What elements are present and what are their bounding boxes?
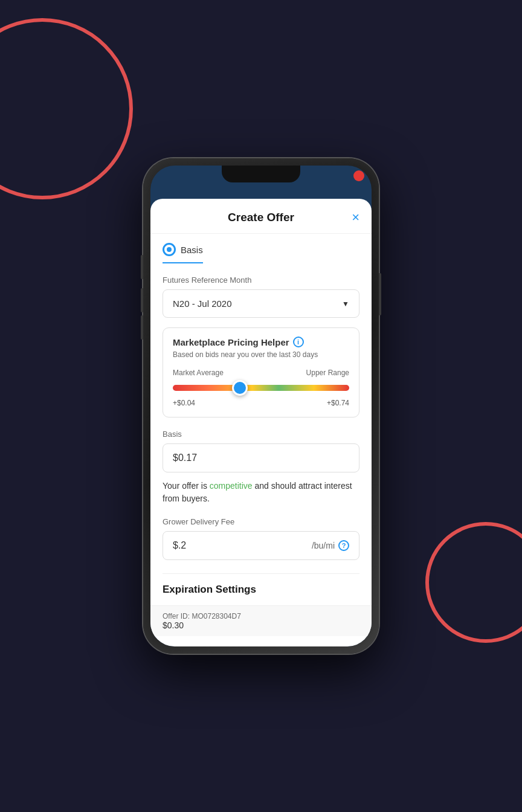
close-button[interactable]: × [352,210,359,225]
slider-track [173,385,349,391]
basis-input[interactable] [163,443,359,472]
basis-input-label: Basis [163,430,359,439]
phone-shell: Create Offer × Basis Futures Reference M… [143,158,379,654]
slider-labels: Market Average Upper Range [173,369,349,377]
pricing-slider-container[interactable] [173,381,349,395]
slider-thumb[interactable] [232,380,248,396]
pricing-helper-box: Marketplace Pricing Helper i Based on bi… [163,327,359,417]
basis-input-section: Basis [163,430,359,472]
basis-icon [163,243,176,256]
upper-range-label: Upper Range [306,369,349,377]
delivery-fee-label: Grower Delivery Fee [163,517,359,526]
pricing-helper-info-icon[interactable]: i [293,337,304,347]
expiration-title: Expiration Settings [163,584,359,596]
delivery-fee-field[interactable]: $.2 /bu/mi ? [163,531,359,560]
pricing-helper-description: Based on bids near you over the last 30 … [173,350,349,360]
phone-screen: Create Offer × Basis Futures Reference M… [150,166,372,646]
modal-sheet: Create Offer × Basis Futures Reference M… [150,199,372,646]
futures-value: N20 - Jul 2020 [173,298,232,309]
offer-value: $0.30 [163,620,359,630]
delivery-fee-section: Grower Delivery Fee $.2 /bu/mi ? [163,517,359,560]
slider-upper-value: +$0.74 [327,399,349,407]
competitive-text: Your offer is competitive and should att… [163,480,359,505]
modal-header: Create Offer × [150,199,372,234]
competitive-prefix: Your offer is [163,481,210,491]
slider-lower-value: +$0.04 [173,399,195,407]
delivery-fee-unit-text: /bu/mi [312,541,335,550]
expiration-section: Expiration Settings [163,573,359,596]
notification-badge [353,170,364,181]
offer-id-text: Offer ID: MO0728304D7 [163,612,359,620]
modal-content: Basis Futures Reference Month N20 - Jul … [150,234,372,642]
futures-label: Futures Reference Month [163,276,359,285]
decorative-circle-bottom-right [425,522,522,643]
pricing-helper-header: Marketplace Pricing Helper i [173,337,349,347]
delivery-fee-help-icon[interactable]: ? [338,540,349,551]
futures-dropdown[interactable]: N20 - Jul 2020 ▼ [163,289,359,318]
delivery-fee-unit: /bu/mi ? [312,540,349,551]
delivery-fee-value: $.2 [173,540,186,551]
dropdown-arrow-icon: ▼ [342,300,349,308]
basis-label: Basis [181,245,203,255]
bottom-bar: Offer ID: MO0728304D7 $0.30 [150,605,372,636]
futures-section: Futures Reference Month N20 - Jul 2020 ▼ [163,276,359,318]
phone-notch [222,166,300,182]
basis-icon-inner [167,247,172,252]
competitive-highlight: competitive [210,481,253,491]
slider-values: +$0.04 +$0.74 [173,399,349,407]
decorative-circle-top-left [0,18,133,199]
basis-toggle[interactable]: Basis [163,234,203,263]
pricing-helper-title: Marketplace Pricing Helper [173,337,289,347]
market-average-label: Market Average [173,369,224,377]
modal-title: Create Offer [228,211,294,224]
